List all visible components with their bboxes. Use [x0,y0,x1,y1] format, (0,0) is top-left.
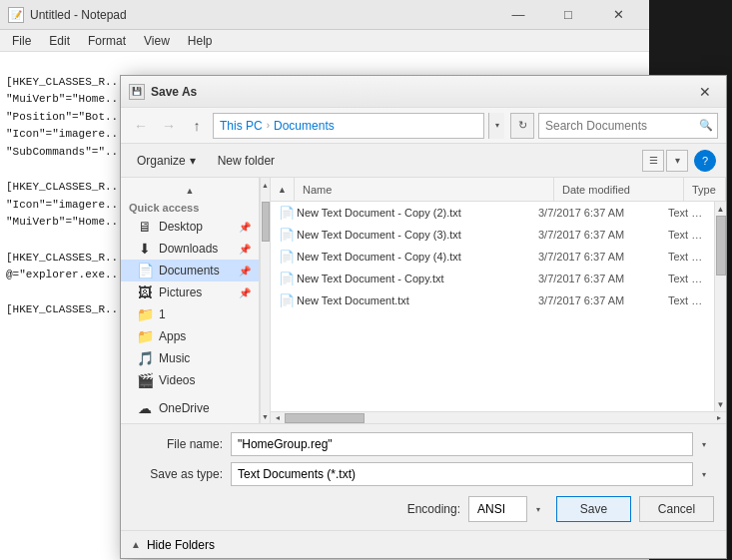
hide-folders-icon: ▲ [131,539,141,550]
breadcrumb-folder[interactable]: Documents [274,119,335,133]
scrollbar-down-arrow[interactable]: ▼ [715,397,726,411]
file-row[interactable]: 📄 New Text Document - Copy (4).txt 3/7/2… [271,246,714,268]
view-toggle: ☰ ▾ ? [642,150,716,172]
menu-file[interactable]: File [4,32,39,50]
hide-folders-row[interactable]: ▲ Hide Folders [121,530,726,558]
column-header-date[interactable]: Date modified [554,178,684,201]
save-type-input-wrap: ▾ [231,462,714,486]
file-row[interactable]: 📄 New Text Document - Copy (2).txt 3/7/2… [271,202,714,224]
notepad-minimize-button[interactable]: — [495,5,541,25]
organize-row: Organize ▾ New folder ☰ ▾ ? [121,144,726,178]
search-input[interactable] [545,119,695,133]
nav-item-pictures[interactable]: 🖼 Pictures 📌 [121,281,259,303]
breadcrumb-dropdown-button[interactable]: ▾ [488,113,504,139]
file-list-container: 📄 New Text Document - Copy (2).txt 3/7/2… [271,202,726,411]
notepad-maximize-button[interactable]: □ [545,5,591,25]
h-scrollbar: ◂ ▸ [271,411,726,423]
save-type-dropdown-button[interactable]: ▾ [692,462,714,486]
refresh-button[interactable]: ↻ [510,113,534,139]
dialog-close-button[interactable]: ✕ [692,81,718,103]
up-button[interactable]: ↑ [185,114,209,138]
breadcrumb: This PC › Documents [213,113,484,139]
nav-item-desktop[interactable]: 🖥 Desktop 📌 [121,216,259,238]
nav-scrollbar-thumb[interactable] [262,202,270,242]
file-row[interactable]: 📄 New Text Document.txt 3/7/2017 6:37 AM… [271,289,714,311]
file-name-row: File name: ▾ [133,432,714,456]
file-name-input[interactable] [231,432,714,456]
save-type-label: Save as type: [133,467,223,481]
menu-help[interactable]: Help [180,32,221,50]
back-button[interactable]: ← [129,114,153,138]
scrollbar-track [715,216,726,397]
nav-scroll-down-arrow[interactable]: ▼ [261,409,270,423]
music-icon: 🎵 [137,350,153,366]
downloads-icon: ⬇ [137,241,153,257]
save-type-input[interactable] [231,462,714,486]
scrollbar-thumb[interactable] [716,216,726,276]
menu-format[interactable]: Format [80,32,134,50]
breadcrumb-separator: › [267,120,270,131]
view-details-button[interactable]: ▾ [666,150,688,172]
file-row[interactable]: 📄 New Text Document - Copy.txt 3/7/2017 … [271,268,714,289]
dialog-title: Save As [151,85,692,99]
notepad-menubar: File Edit Format View Help [0,30,649,52]
folder-icon-apps: 📁 [137,328,153,344]
encoding-select[interactable]: ANSI UTF-8 Unicode [468,496,548,522]
save-button[interactable]: Save [556,496,631,522]
nav-item-music[interactable]: 🎵 Music [121,347,259,369]
search-box: 🔍 [538,113,718,139]
notepad-close-button[interactable]: ✕ [595,5,641,25]
file-icon: 📄 [279,228,293,242]
file-icon: 📄 [279,272,293,285]
pictures-icon: 🖼 [137,284,153,300]
column-header-name[interactable]: Name [295,178,554,201]
hide-folders-label: Hide Folders [147,538,215,552]
h-scroll-left-arrow[interactable]: ◂ [271,412,285,423]
new-folder-button[interactable]: New folder [210,149,283,173]
nav-item-1[interactable]: 📁 1 [121,303,259,325]
column-header-type[interactable]: Type [684,178,726,201]
file-list-header: ▲ Name Date modified Type [271,178,726,202]
h-scrollbar-thumb[interactable] [285,413,365,423]
search-icon: 🔍 [699,119,713,132]
nav-scroll-up-arrow[interactable]: ▲ [261,178,270,192]
nav-item-documents[interactable]: 📄 Documents 📌 [121,260,259,281]
action-row: Encoding: ANSI UTF-8 Unicode ▾ Save Canc… [133,492,714,522]
file-icon: 📄 [279,206,293,220]
pin-icon: 📌 [239,287,251,298]
file-scrollbar: ▲ ▼ [714,202,726,411]
menu-edit[interactable]: Edit [41,32,78,50]
view-list-button[interactable]: ☰ [642,150,664,172]
nav-item-apps[interactable]: 📁 Apps [121,325,259,347]
nav-item-videos[interactable]: 🎬 Videos [121,369,259,391]
nav-item-onedrive[interactable]: ☁ OneDrive [121,397,259,419]
folder-icon-1: 📁 [137,306,153,322]
notepad-controls: — □ ✕ [495,5,641,25]
organize-button[interactable]: Organize ▾ [131,149,202,173]
dialog-titlebar: 💾 Save As ✕ [121,76,726,108]
onedrive-icon: ☁ [137,400,153,416]
notepad-icon: 📝 [8,7,24,23]
quick-access-header: Quick access [121,198,259,216]
menu-view[interactable]: View [136,32,178,50]
forward-button[interactable]: → [157,114,181,138]
file-name-label: File name: [133,437,223,451]
file-row[interactable]: 📄 New Text Document - Copy (3).txt 3/7/2… [271,224,714,246]
documents-icon: 📄 [137,263,153,279]
dialog-main: ▲ Quick access 🖥 Desktop 📌 ⬇ Downloads 📌 [121,178,726,423]
nav-scrollbar: ▲ ▼ [260,178,270,423]
file-icon: 📄 [279,293,293,307]
nav-item-downloads[interactable]: ⬇ Downloads 📌 [121,238,259,260]
breadcrumb-pc[interactable]: This PC [220,119,263,133]
h-scrollbar-track [285,412,712,423]
nav-scroll-up-button[interactable]: ▲ [121,184,259,198]
file-list-scroll-up[interactable]: ▲ [271,178,295,202]
h-scroll-right-arrow[interactable]: ▸ [712,412,726,423]
file-name-input-wrap: ▾ [231,432,714,456]
scrollbar-up-arrow[interactable]: ▲ [715,202,726,216]
desktop-icon: 🖥 [137,219,153,235]
file-name-dropdown-button[interactable]: ▾ [692,432,714,456]
notepad-titlebar: 📝 Untitled - Notepad — □ ✕ [0,0,649,30]
help-button[interactable]: ? [694,150,716,172]
cancel-button[interactable]: Cancel [639,496,714,522]
